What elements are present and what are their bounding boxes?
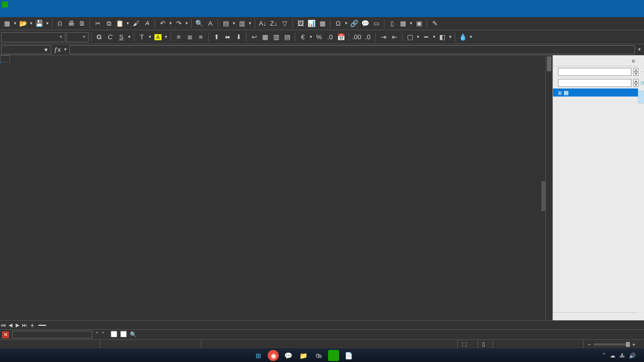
highlight-dropdown[interactable]: ▼: [164, 35, 168, 39]
undo-icon[interactable]: ↶: [157, 19, 168, 29]
tray-cloud-icon[interactable]: ☁: [610, 352, 615, 359]
find-close-button[interactable]: ✕: [2, 331, 9, 338]
paste-icon[interactable]: 📋: [115, 19, 125, 29]
conditional-dropdown[interactable]: ▼: [469, 35, 473, 39]
align-bottom-icon[interactable]: ⬇: [233, 32, 244, 42]
underline-dropdown[interactable]: ▼: [127, 35, 131, 39]
find-icon[interactable]: 🔍: [194, 19, 204, 29]
zoom-slider[interactable]: [594, 343, 629, 345]
spinner-up-icon[interactable]: ▲: [633, 79, 638, 83]
start-menu-icon[interactable]: ⊞: [253, 350, 264, 361]
find-input[interactable]: [12, 331, 93, 338]
status-language[interactable]: [201, 340, 458, 348]
sort-desc-icon[interactable]: Z↓: [269, 19, 279, 29]
find-options-icon[interactable]: 🔍: [130, 331, 137, 338]
conditional-icon[interactable]: 💧: [458, 32, 468, 42]
borders-dropdown[interactable]: ▼: [416, 35, 420, 39]
font-size-combo[interactable]: ▼: [66, 32, 89, 42]
status-calc[interactable]: [493, 340, 584, 348]
redo-dropdown[interactable]: ▼: [185, 21, 189, 26]
align-center-icon[interactable]: ≣: [185, 32, 195, 42]
font-color-icon[interactable]: T: [137, 32, 147, 42]
navigator-col-input[interactable]: [558, 68, 631, 76]
zoom-in-button[interactable]: +: [632, 341, 635, 347]
formula-expand-icon[interactable]: ▼: [636, 47, 643, 52]
row-dropdown[interactable]: ▼: [232, 21, 236, 26]
increase-indent-icon[interactable]: ⇥: [378, 32, 388, 42]
navigator-row-input[interactable]: [558, 79, 631, 87]
sort-asc-icon[interactable]: A↓: [258, 19, 268, 29]
new-dropdown[interactable]: ▼: [13, 21, 17, 26]
formula-input[interactable]: [69, 45, 635, 54]
unmerge-icon[interactable]: ▤: [282, 32, 292, 42]
last-sheet-icon[interactable]: ⏭: [21, 322, 28, 329]
tray-chevron-icon[interactable]: ˄: [603, 352, 606, 359]
italic-button[interactable]: C: [105, 32, 115, 42]
status-style[interactable]: [101, 340, 201, 348]
special-char-dropdown[interactable]: ▼: [344, 21, 348, 26]
print-icon[interactable]: 🖶: [66, 19, 76, 29]
find-formatted-checkbox[interactable]: [111, 331, 117, 338]
taskbar-app-chat[interactable]: 💬: [283, 350, 294, 361]
find-next-icon[interactable]: ˅: [102, 331, 105, 338]
taskbar-app-doc[interactable]: 📄: [343, 350, 354, 361]
spinner-down-icon[interactable]: ▼: [633, 83, 638, 87]
add-sheet-button[interactable]: +: [28, 321, 36, 329]
scrollbar-thumb[interactable]: [547, 56, 551, 71]
taskbar-app-store[interactable]: 🛍: [313, 350, 324, 361]
split-icon[interactable]: ▦: [398, 19, 408, 29]
taskbar-app-explorer[interactable]: 📁: [298, 350, 309, 361]
first-sheet-icon[interactable]: ⏮: [0, 322, 7, 329]
bold-button[interactable]: G: [94, 32, 104, 42]
chart-icon[interactable]: 📊: [306, 19, 316, 29]
taskbar-app-browser[interactable]: ◉: [268, 350, 279, 361]
pivot-icon[interactable]: ▦: [317, 19, 328, 29]
border-style-icon[interactable]: ━: [421, 32, 431, 42]
border-color-dropdown[interactable]: ▼: [448, 35, 452, 39]
sidebar-collapse-handle[interactable]: [541, 181, 545, 211]
merge-center-icon[interactable]: ▥: [271, 32, 281, 42]
window-split-icon[interactable]: ▣: [414, 19, 424, 29]
export-pdf-icon[interactable]: ⎙: [55, 19, 65, 29]
select-all-corner[interactable]: [0, 55, 10, 62]
align-middle-icon[interactable]: ⬌: [222, 32, 232, 42]
nav-extra-icon[interactable]: ⋯: [640, 69, 644, 75]
border-color-icon[interactable]: ◧: [437, 32, 447, 42]
remove-decimal-icon[interactable]: .0: [363, 32, 373, 42]
align-left-icon[interactable]: ≡: [174, 32, 184, 42]
clone-format-icon[interactable]: 🖌: [131, 19, 141, 29]
spinner-up-icon[interactable]: ▲: [633, 68, 638, 72]
highlight-color-icon[interactable]: A: [153, 32, 163, 42]
find-case-checkbox[interactable]: [120, 331, 127, 338]
headers-icon[interactable]: ▭: [371, 19, 381, 29]
taskbar-app-libreoffice[interactable]: [328, 350, 339, 361]
status-selection-mode[interactable]: ▯: [478, 340, 493, 348]
column-dropdown[interactable]: ▼: [248, 21, 252, 26]
freeze-icon[interactable]: ▯: [387, 19, 397, 29]
vertical-scrollbar[interactable]: [545, 55, 552, 320]
wrap-text-icon[interactable]: ↩: [249, 32, 259, 42]
underline-button[interactable]: S: [116, 32, 126, 42]
merge-cells-icon[interactable]: ▦: [260, 32, 270, 42]
redo-icon[interactable]: ↷: [174, 19, 184, 29]
row-icon[interactable]: ▤: [221, 19, 231, 29]
zoom-out-button[interactable]: −: [588, 341, 591, 347]
align-top-icon[interactable]: ⬆: [211, 32, 221, 42]
decrease-indent-icon[interactable]: ⇤: [389, 32, 399, 42]
tree-node-drawings[interactable]: [553, 109, 638, 111]
add-decimal-icon[interactable]: .00: [352, 32, 362, 42]
sidebar-tab-navigator[interactable]: [638, 90, 644, 104]
name-box[interactable]: ▼: [1, 45, 51, 54]
nav-goto-icon[interactable]: ⟳: [640, 80, 644, 86]
spellcheck-icon[interactable]: A: [205, 19, 215, 29]
date-icon[interactable]: 📅: [336, 32, 346, 42]
function-dropdown[interactable]: ▼: [63, 47, 67, 52]
draw-icon[interactable]: ✎: [430, 19, 440, 29]
zoom-thumb[interactable]: [626, 342, 630, 347]
next-sheet-icon[interactable]: ▶: [14, 322, 21, 329]
image-icon[interactable]: 🖼: [295, 19, 305, 29]
currency-icon[interactable]: €: [298, 32, 308, 42]
function-wizard-icon[interactable]: ƒx: [52, 45, 62, 55]
find-prev-icon[interactable]: ˄: [96, 331, 99, 338]
autofilter-icon[interactable]: ▽: [280, 19, 290, 29]
